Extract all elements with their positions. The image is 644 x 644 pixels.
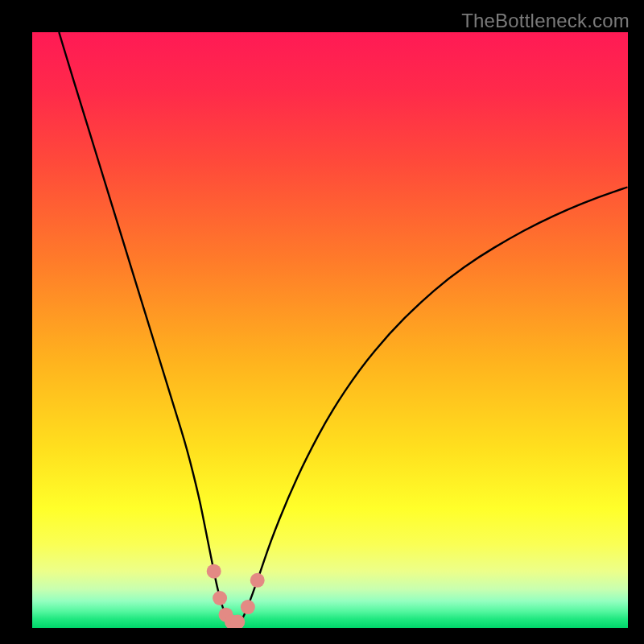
curve-marker bbox=[207, 564, 221, 579]
plot-area bbox=[32, 32, 628, 628]
curve-layer bbox=[32, 32, 628, 628]
curve-marker bbox=[213, 591, 227, 605]
watermark-label: TheBottleneck.com bbox=[461, 10, 630, 32]
curve-markers bbox=[207, 564, 265, 628]
curve-marker bbox=[241, 600, 255, 614]
chart-frame: TheBottleneck.com bbox=[0, 0, 644, 644]
bottleneck-curve bbox=[59, 32, 628, 624]
curve-marker bbox=[250, 573, 265, 588]
